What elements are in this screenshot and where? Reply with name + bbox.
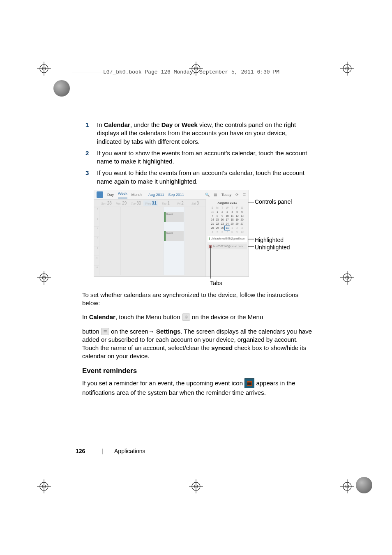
step-2: 2 If you want to show the events from an… xyxy=(82,149,312,166)
settings-paragraph: button on the screen→ Settings. The scre… xyxy=(82,327,312,361)
sync-intro-paragraph: To set whether calendars are synchronize… xyxy=(82,291,312,308)
overflow-menu-icon xyxy=(101,328,109,335)
binding-hole-icon xyxy=(356,477,372,493)
numbered-steps: 1 In Calendar, under the Day or Week vie… xyxy=(82,121,312,186)
step-3: 3 If you want to hide the events from an… xyxy=(82,169,312,186)
crop-mark-icon xyxy=(340,479,354,493)
crop-mark-icon xyxy=(189,479,203,493)
crop-mark-icon xyxy=(37,479,51,493)
page-number: 126 xyxy=(76,448,85,454)
crop-mark-icon xyxy=(340,62,354,76)
event-reminders-heading: Event reminders xyxy=(82,366,312,376)
crop-mark-icon xyxy=(37,62,51,76)
menu-line: In Calendar, touch the Menu button ⊜ on … xyxy=(82,313,312,321)
menu-hardware-icon: ⊜ xyxy=(182,313,190,321)
upcoming-event-icon xyxy=(244,378,254,388)
calendar-screenshot-figure: Day Week Month Aug 2011 – Sep 2011 🔍 ▦ T… xyxy=(82,190,312,288)
page-footer: 126 | Applications xyxy=(76,448,145,454)
step-1: 1 In Calendar, under the Day or Week vie… xyxy=(82,121,312,146)
section-title: Applications xyxy=(114,448,145,454)
content-area: 1 In Calendar, under the Day or Week vie… xyxy=(82,121,312,403)
reminders-paragraph: If you set a reminder for an event, the … xyxy=(82,379,312,397)
callout-tabs: Tabs xyxy=(204,279,228,287)
binding-hole-icon xyxy=(53,80,70,97)
callout-controls-panel: Controls panel xyxy=(255,198,292,206)
crop-mark-icon xyxy=(37,271,51,285)
crop-mark-icon xyxy=(340,271,354,285)
callout-highlighted: Highlighted xyxy=(255,236,284,244)
callout-unhighlighted: Unhighlighted xyxy=(255,244,290,251)
document-header: LG7_bk0.book Page 126 Monday, September … xyxy=(72,69,279,75)
